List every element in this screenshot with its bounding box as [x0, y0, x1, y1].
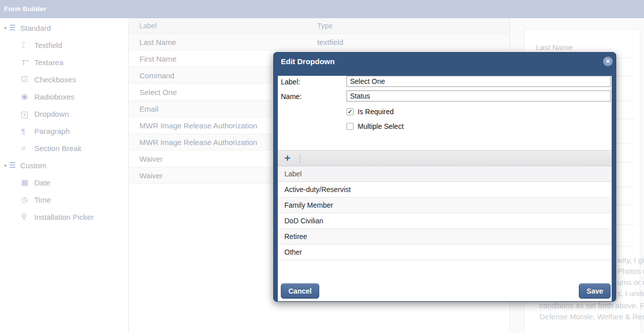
sidebar-group-label: Standard	[20, 24, 51, 32]
group-list-icon: ☰	[8, 161, 20, 170]
sidebar-item-label: Paragraph	[34, 127, 70, 135]
sidebar-item-section-break[interactable]: =Section Break	[0, 139, 128, 157]
time-icon: ◷	[21, 195, 34, 204]
chevron-down-icon: ▾	[0, 163, 8, 168]
is-required-checkbox-row[interactable]: ✓ Is Required	[346, 108, 612, 116]
preview-field-label: Last Name	[536, 43, 573, 52]
chevron-down-icon: ▾	[0, 25, 8, 31]
date-icon: ▦	[21, 178, 34, 187]
name-field-caption: Name:	[281, 92, 302, 101]
sidebar-item-time[interactable]: ◷Time	[0, 191, 128, 208]
cancel-button[interactable]: Cancel	[281, 283, 319, 299]
radioboxes-icon: ◉	[21, 92, 34, 101]
edit-dropdown-modal: Edit Dropdown ✕ Label: Name: ✓ Is Requir…	[273, 52, 616, 302]
is-required-checkbox[interactable]: ✓	[346, 108, 354, 115]
option-row[interactable]: Active-duty/Reservist	[278, 182, 612, 198]
label-input[interactable]	[346, 76, 611, 87]
table-row[interactable]: Last Nametextfield	[129, 34, 510, 51]
sidebar-item-label: Time	[34, 196, 51, 204]
option-row[interactable]: Other	[278, 245, 612, 260]
textarea-icon: T+	[21, 58, 34, 67]
sidebar-item-label: Dropdown	[34, 110, 69, 118]
modal-body: Label: Name: ✓ Is Required Multiple Sele…	[278, 76, 612, 302]
tool-palette-sidebar: ▾☰Standard⌶TextfieldT+Textarea☑Checkboxe…	[0, 18, 129, 333]
field-label-cell: Last Name	[129, 38, 311, 46]
sidebar-item-checkboxes[interactable]: ☑Checkboxes	[0, 71, 128, 88]
sidebar-item-label: Checkboxes	[34, 75, 76, 84]
options-toolbar: +	[278, 150, 612, 166]
is-required-label: Is Required	[358, 108, 394, 116]
label-field-caption: Label:	[281, 78, 300, 86]
sidebar-item-textfield[interactable]: ⌶Textfield	[0, 36, 128, 54]
app-header: Form Builder	[0, 0, 644, 18]
sidebar-item-label: Date	[34, 178, 51, 187]
sidebar-group-custom[interactable]: ▾☰Custom	[0, 157, 128, 174]
sidebar-item-dropdown[interactable]: ▾Dropdown	[0, 105, 128, 122]
multiple-select-checkbox-row[interactable]: Multiple Select	[346, 122, 612, 130]
option-row[interactable]: Family Member	[278, 198, 612, 213]
label-field-row: Label:	[278, 76, 612, 87]
fields-table-header: Label Type	[129, 18, 510, 34]
sidebar-item-textarea[interactable]: T+Textarea	[0, 54, 128, 71]
close-icon[interactable]: ✕	[603, 57, 613, 66]
sidebar-item-radioboxes[interactable]: ◉Radioboxes	[0, 88, 128, 105]
sidebar-item-paragraph[interactable]: ¶Paragraph	[0, 122, 128, 139]
plus-icon[interactable]: +	[284, 152, 290, 164]
option-row[interactable]: DoD Civilian	[278, 213, 612, 229]
save-button[interactable]: Save	[579, 283, 611, 299]
fields-column-label: Label	[129, 22, 311, 30]
options-table-body: Active-duty/ReservistFamily MemberDoD Ci…	[278, 182, 612, 260]
name-input[interactable]	[346, 90, 611, 102]
sidebar-item-label: Section Break	[34, 144, 81, 153]
toolbar-divider	[300, 154, 300, 163]
sidebar-item-date[interactable]: ▦Date	[0, 174, 128, 191]
sidebar-item-label: Radioboxes	[34, 92, 74, 101]
checkboxes-icon: ☑	[21, 75, 34, 84]
app-title: Form Builder	[4, 5, 46, 13]
modal-header: Edit Dropdown ✕	[278, 53, 612, 71]
paragraph-icon: ¶	[21, 127, 34, 135]
name-field-row: Name:	[278, 90, 612, 102]
multiple-select-label: Multiple Select	[358, 122, 404, 130]
sidebar-group-label: Custom	[20, 161, 46, 170]
sidebar-item-installation-picker[interactable]: ⚲Installation Picker	[0, 208, 128, 225]
section-break-icon: =	[21, 144, 34, 153]
dropdown-icon: ▾	[21, 109, 34, 118]
installation-picker-icon: ⚲	[21, 212, 34, 221]
sidebar-item-label: Textfield	[34, 41, 62, 50]
group-list-icon: ☰	[8, 23, 20, 32]
options-table-header: Label	[278, 166, 612, 182]
fields-column-type: Type	[311, 22, 510, 30]
sidebar-item-label: Textarea	[34, 58, 64, 67]
modal-title: Edit Dropdown	[281, 57, 335, 66]
option-row[interactable]: Retiree	[278, 229, 612, 245]
sidebar-group-standard[interactable]: ▾☰Standard	[0, 19, 128, 36]
multiple-select-checkbox[interactable]	[346, 123, 354, 130]
sidebar-item-label: Installation Picker	[34, 213, 94, 221]
field-type-cell: textfield	[311, 38, 510, 46]
textfield-icon: ⌶	[21, 40, 34, 50]
